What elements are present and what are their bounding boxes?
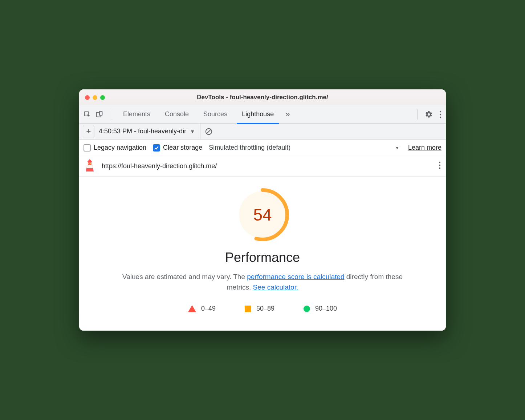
svg-point-14 xyxy=(439,162,440,163)
triangle-icon xyxy=(188,305,196,312)
report-url-text: https://foul-heavenly-direction.glitch.m… xyxy=(102,162,432,170)
divider xyxy=(417,109,418,120)
new-report-button[interactable]: + xyxy=(83,126,94,137)
maximize-window-button[interactable] xyxy=(100,95,105,100)
svg-rect-11 xyxy=(90,163,91,164)
minimize-window-button[interactable] xyxy=(93,95,97,100)
performance-title: Performance xyxy=(94,250,431,265)
tab-console[interactable]: Console xyxy=(158,105,196,124)
divider xyxy=(112,109,112,120)
performance-score: 54 xyxy=(235,187,290,242)
traffic-lights xyxy=(85,95,105,100)
report-selector-dropdown[interactable]: 4:50:53 PM - foul-heavenly-dir ▼ xyxy=(99,124,200,140)
settings-icon[interactable] xyxy=(425,110,433,118)
score-calculated-link[interactable]: performance score is calculated xyxy=(247,273,344,280)
close-window-button[interactable] xyxy=(85,95,90,100)
svg-rect-10 xyxy=(88,163,89,164)
svg-marker-13 xyxy=(86,165,93,168)
clear-report-icon[interactable] xyxy=(205,128,213,136)
svg-line-7 xyxy=(207,129,211,133)
lighthouse-icon xyxy=(84,158,95,174)
chevron-down-icon[interactable]: ▼ xyxy=(395,145,399,150)
svg-rect-2 xyxy=(99,111,102,115)
legend-fail: 0–49 xyxy=(188,305,216,312)
svg-point-4 xyxy=(440,113,441,115)
performance-section: 54 Performance Values are estimated and … xyxy=(79,177,446,331)
tab-elements[interactable]: Elements xyxy=(116,105,158,124)
devtools-window: DevTools - foul-heavenly-direction.glitc… xyxy=(79,89,446,331)
window-title: DevTools - foul-heavenly-direction.glitc… xyxy=(197,94,328,101)
performance-gauge: 54 xyxy=(235,187,290,242)
score-legend: 0–49 50–89 90–100 xyxy=(94,305,431,312)
chevron-down-icon: ▼ xyxy=(190,129,195,134)
svg-point-16 xyxy=(439,167,440,169)
svg-point-5 xyxy=(440,116,441,118)
report-selector-label: 4:50:53 PM - foul-heavenly-dir xyxy=(99,128,186,135)
clear-storage-option[interactable]: Clear storage xyxy=(153,144,202,152)
svg-marker-8 xyxy=(87,159,92,162)
tab-lighthouse[interactable]: Lighthouse xyxy=(235,105,281,124)
learn-more-link[interactable]: Learn more xyxy=(408,144,441,152)
device-toolbar-icon[interactable] xyxy=(96,110,103,118)
svg-point-15 xyxy=(439,165,440,166)
legend-average: 50–89 xyxy=(245,305,274,312)
legacy-navigation-label: Legacy navigation xyxy=(94,144,146,152)
lighthouse-options: Legacy navigation Clear storage Simulate… xyxy=(79,140,446,156)
tab-sources[interactable]: Sources xyxy=(196,105,235,124)
checkbox-checked-icon[interactable] xyxy=(153,144,160,152)
report-toolbar: + 4:50:53 PM - foul-heavenly-dir ▼ xyxy=(79,124,446,140)
more-options-icon[interactable] xyxy=(439,110,441,118)
svg-point-3 xyxy=(440,110,441,112)
see-calculator-link[interactable]: See calculator. xyxy=(253,283,298,291)
performance-description: Values are estimated and may vary. The p… xyxy=(114,272,411,292)
throttling-label: Simulated throttling (default) xyxy=(209,144,290,152)
tabs-overflow-button[interactable]: » xyxy=(281,110,294,119)
clear-storage-label: Clear storage xyxy=(163,144,202,152)
checkbox-unchecked-icon[interactable] xyxy=(84,144,91,152)
inspect-element-icon[interactable] xyxy=(84,111,91,118)
report-url-row: https://foul-heavenly-direction.glitch.m… xyxy=(79,156,446,177)
titlebar: DevTools - foul-heavenly-direction.glitc… xyxy=(79,89,446,105)
report-menu-icon[interactable] xyxy=(439,161,441,171)
devtools-tabbar: Elements Console Sources Lighthouse » xyxy=(79,105,446,124)
circle-icon xyxy=(304,306,310,312)
square-icon xyxy=(245,306,251,312)
legacy-navigation-option[interactable]: Legacy navigation xyxy=(84,144,146,152)
legend-pass: 90–100 xyxy=(304,305,337,312)
